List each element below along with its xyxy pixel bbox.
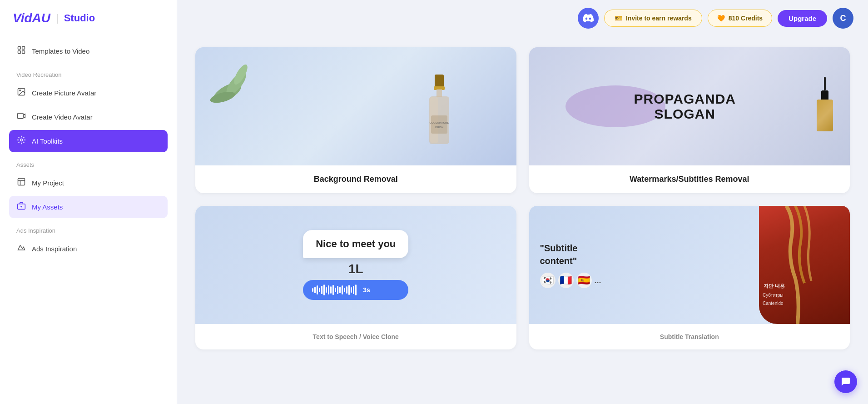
sidebar-item-my-project[interactable]: My Project bbox=[9, 172, 168, 194]
chat-voice-label: Text to Speech / Voice Clone bbox=[195, 324, 516, 349]
svg-rect-2 bbox=[18, 51, 21, 54]
section-video-recreation: Video Recreation bbox=[9, 64, 168, 82]
audio-timer: 3s bbox=[363, 286, 370, 294]
svg-rect-9 bbox=[18, 179, 25, 185]
invite-button[interactable]: 🎫 Invite to earn rewards bbox=[604, 10, 702, 27]
my-assets-label: My Assets bbox=[32, 203, 63, 211]
svg-text:CERBIK: CERBIK bbox=[435, 126, 443, 129]
upgrade-button[interactable]: Upgrade bbox=[778, 10, 827, 27]
avatar-label: C bbox=[840, 14, 846, 23]
svg-text:Субтитры: Субтитры bbox=[763, 293, 784, 298]
section-assets: Assets bbox=[9, 154, 168, 172]
chat-voice-card[interactable]: Nice to meet you 1L bbox=[195, 206, 516, 349]
sidebar-item-ai-toolkits[interactable]: AI Toolkits bbox=[9, 130, 168, 152]
sidebar-item-ads-inspiration[interactable]: Ads Inspiration bbox=[9, 238, 168, 260]
my-project-icon bbox=[16, 177, 26, 189]
svg-text:Cantenido: Cantenido bbox=[763, 301, 784, 306]
subtitle-translate-image: "Subtitlecontent" 🇰🇷 🇫🇷 🇪🇸 ... bbox=[529, 206, 850, 324]
sidebar-item-create-video-avatar[interactable]: Create Video Avatar bbox=[9, 106, 168, 128]
my-assets-icon bbox=[16, 201, 26, 213]
svg-point-5 bbox=[20, 90, 21, 91]
templates-icon bbox=[16, 45, 26, 57]
sidebar: VidAU | Studio Templates to Video Video … bbox=[0, 0, 177, 404]
sidebar-item-my-assets[interactable]: My Assets bbox=[9, 196, 168, 218]
video-avatar-icon bbox=[16, 111, 26, 123]
invite-label: Invite to earn rewards bbox=[626, 15, 692, 22]
subtitle-quote: "Subtitlecontent" bbox=[540, 242, 601, 267]
model-image: 자만 내용 Субтитры Cantenido bbox=[759, 206, 850, 324]
background-removal-label: Background Removal bbox=[195, 165, 516, 193]
svg-rect-6 bbox=[18, 113, 24, 119]
svg-point-8 bbox=[20, 139, 23, 141]
svg-text:CCCUSIATURE: CCCUSIATURE bbox=[429, 121, 449, 124]
flag-spain: 🇪🇸 bbox=[576, 273, 592, 288]
background-removal-card[interactable]: CCCUSIATURE CERBIK Background Removal bbox=[195, 47, 516, 193]
logo-brand: VidAU bbox=[13, 11, 50, 25]
svg-rect-3 bbox=[22, 51, 25, 54]
ai-toolkits-label: AI Toolkits bbox=[32, 137, 63, 145]
sidebar-item-templates-to-video[interactable]: Templates to Video bbox=[9, 40, 168, 62]
chat-widget-button[interactable] bbox=[834, 370, 857, 393]
svg-rect-0 bbox=[18, 47, 21, 50]
credits-button[interactable]: 🧡 810 Credits bbox=[708, 10, 772, 27]
credits-icon: 🧡 bbox=[717, 15, 725, 22]
header: 🎫 Invite to earn rewards 🧡 810 Credits U… bbox=[177, 0, 868, 36]
sidebar-item-create-picture-avatar[interactable]: Create Picture Avatar bbox=[9, 82, 168, 104]
video-avatar-label: Create Video Avatar bbox=[32, 113, 93, 121]
background-removal-image: CCCUSIATURE CERBIK bbox=[195, 47, 516, 165]
picture-avatar-icon bbox=[16, 87, 26, 99]
ai-toolkits-icon bbox=[16, 135, 26, 147]
svg-text:자만 내용: 자만 내용 bbox=[764, 283, 785, 289]
invite-icon: 🎫 bbox=[615, 15, 622, 22]
logo-studio: Studio bbox=[64, 12, 95, 24]
audio-waveform: 3s bbox=[303, 280, 408, 300]
ads-label: Ads Inspiration bbox=[32, 245, 77, 253]
subtitle-translate-card[interactable]: "Subtitlecontent" 🇰🇷 🇫🇷 🇪🇸 ... bbox=[529, 206, 850, 349]
templates-label: Templates to Video bbox=[32, 47, 89, 55]
ads-icon bbox=[16, 243, 26, 254]
logo-divider: | bbox=[56, 12, 59, 24]
credits-label: 810 Credits bbox=[729, 15, 763, 22]
chat-bubble-text: Nice to meet you bbox=[303, 230, 408, 258]
my-project-label: My Project bbox=[32, 179, 64, 187]
subtitle-translate-label: Subtitle Translation bbox=[529, 324, 850, 349]
svg-rect-1 bbox=[22, 47, 25, 50]
svg-rect-21 bbox=[436, 89, 442, 97]
svg-rect-19 bbox=[435, 75, 444, 87]
flag-korea: 🇰🇷 bbox=[540, 273, 556, 288]
watermarks-removal-card[interactable]: PROPAGANDA SLOGAN Watermarks/Subtitles R… bbox=[529, 47, 850, 193]
watermarks-removal-image: PROPAGANDA SLOGAN bbox=[529, 47, 850, 165]
svg-rect-24 bbox=[431, 115, 447, 134]
content-area: CCCUSIATURE CERBIK Background Removal bbox=[177, 36, 868, 404]
main-area: 🎫 Invite to earn rewards 🧡 810 Credits U… bbox=[177, 0, 868, 404]
watermarks-removal-label: Watermarks/Subtitles Removal bbox=[529, 165, 850, 193]
discord-button[interactable] bbox=[578, 8, 599, 29]
logo-area: VidAU | Studio bbox=[9, 11, 168, 25]
tools-grid: CCCUSIATURE CERBIK Background Removal bbox=[195, 47, 850, 349]
section-ads-inspiration: Ads Inspiration bbox=[9, 220, 168, 238]
flag-france: 🇫🇷 bbox=[558, 273, 574, 288]
avatar-button[interactable]: C bbox=[833, 8, 853, 29]
chat-voice-image: Nice to meet you 1L bbox=[195, 206, 516, 324]
picture-avatar-label: Create Picture Avatar bbox=[32, 89, 96, 97]
